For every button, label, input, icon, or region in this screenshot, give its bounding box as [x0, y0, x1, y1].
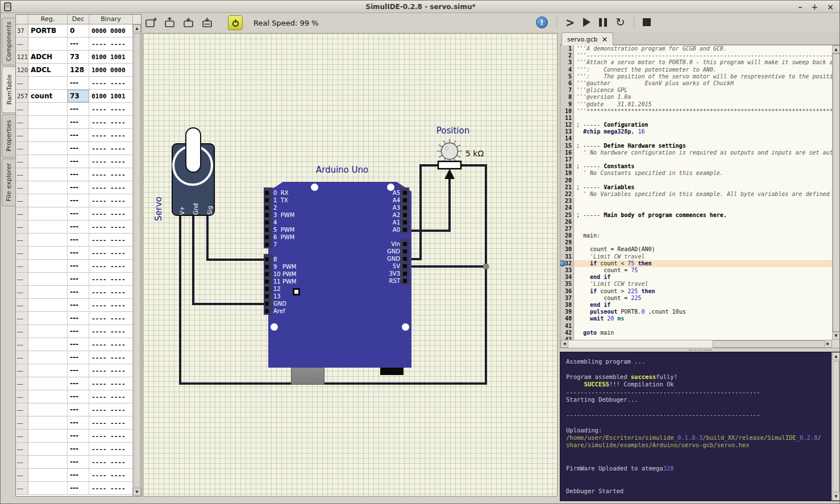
minimize-button[interactable]: – — [799, 2, 802, 11]
table-row[interactable]: ---------- ---- — [16, 299, 141, 312]
code-line[interactable]: 20 — [560, 177, 832, 184]
table-row[interactable]: ---------- ---- — [16, 312, 141, 325]
pin-a3[interactable]: A3 — [343, 204, 408, 211]
code-line[interactable]: 14 — [560, 135, 832, 142]
table-row[interactable]: ---------- ---- — [16, 351, 141, 364]
pin-aref[interactable]: Aref — [264, 307, 285, 315]
pin-6-pwm[interactable]: 6 PWM — [264, 234, 294, 241]
code-line[interactable]: 26 — [560, 219, 832, 226]
pin-8[interactable]: 8 — [264, 256, 277, 263]
table-row[interactable]: ---------- ---- — [16, 181, 141, 194]
table-row[interactable]: ---------- ---- — [16, 364, 141, 377]
code-line[interactable]: 19 ' No Constants specified in this exam… — [560, 170, 832, 177]
pin-5-pwm[interactable]: 5 PWM — [264, 226, 294, 234]
pin-3-pwm[interactable]: 3 PWM — [264, 211, 294, 219]
table-row[interactable]: ---------- ---- — [16, 456, 141, 469]
save-circuit-as-button[interactable] — [200, 15, 215, 30]
code-line[interactable]: 23 — [560, 198, 832, 205]
pin-3v3[interactable]: 3V3 — [343, 270, 408, 277]
table-row[interactable]: 120ADCL1281000 0000 — [16, 64, 141, 77]
table-row[interactable]: ---------- ---- — [16, 247, 141, 260]
pin-7[interactable]: 7 — [264, 241, 277, 248]
tab-servo-gcb[interactable]: servo.gcb ✕ — [562, 32, 613, 45]
close-tab-icon[interactable]: ✕ — [602, 35, 608, 44]
pin-gnd[interactable]: GND — [264, 300, 286, 307]
code-line[interactable]: 35 'Limit CCW travel — [560, 281, 832, 288]
code-line[interactable]: 5''': The position of the servo motor wi… — [560, 73, 832, 80]
code-line[interactable]: 8'''@version 1.0a — [560, 94, 832, 101]
code-line[interactable]: 13 #chip mega328p, 16 — [560, 128, 832, 135]
table-row[interactable]: 257count730100 1001 — [16, 90, 141, 103]
table-row[interactable]: ---------- ---- — [16, 482, 141, 495]
code-line[interactable]: 41 — [560, 323, 832, 330]
scroll-thumb[interactable] — [833, 361, 839, 492]
code-line[interactable]: 22 ' No Variables specified in this exam… — [560, 191, 832, 198]
pin-13[interactable]: 13 — [264, 293, 281, 300]
sidebar-tab-ramtable[interactable]: RamTable — [2, 66, 16, 113]
table-row[interactable]: ---------- ---- — [16, 286, 141, 299]
table-row[interactable]: ---------- ---- — [16, 325, 141, 338]
pin-0-rx[interactable]: 0 RX — [264, 189, 289, 197]
code-line[interactable]: 33 count = 75 — [560, 267, 832, 274]
save-circuit-button[interactable] — [181, 15, 196, 30]
editor-hscrollbar[interactable]: ◀ ▶ — [560, 340, 832, 348]
code-line[interactable]: 17 — [560, 156, 832, 163]
titlebar[interactable]: SimulIDE-0.2.8 - servo.simu* – + × — [1, 1, 840, 13]
code-line[interactable]: 27 — [560, 226, 832, 232]
code-line[interactable]: 39 pulseout PORTB.0 ,count 10us — [560, 309, 832, 315]
code-line[interactable]: 7'''@licence GPL — [560, 87, 832, 94]
scroll-right-icon[interactable]: ▶ — [824, 340, 832, 348]
scroll-left-icon[interactable]: ◀ — [560, 340, 568, 348]
code-line[interactable]: 31 'Limit CW travel — [560, 253, 832, 260]
table-row[interactable]: ---------- ---- — [16, 77, 141, 90]
table-row[interactable]: ---------- ---- — [16, 220, 141, 234]
power-circuit-button[interactable] — [228, 15, 243, 30]
pin-4[interactable]: 4 — [264, 219, 277, 226]
table-row[interactable]: ---------- ---- — [16, 129, 141, 142]
pin-2[interactable]: 2 — [264, 204, 277, 211]
code-line[interactable]: 10'''***********************************… — [560, 108, 832, 115]
code-line[interactable]: 9'''@date 31.01.2015 — [560, 101, 832, 108]
code-editor[interactable]: 1'''A demonstration program for GCGB and… — [560, 45, 840, 348]
scroll-down-icon[interactable]: ▼ — [832, 493, 840, 501]
scroll-thumb[interactable] — [833, 53, 840, 332]
pin-rst[interactable]: RST — [343, 277, 408, 285]
scroll-up-icon[interactable]: ▲ — [832, 352, 840, 360]
sidebar-tab-properties[interactable]: Properties — [2, 114, 15, 157]
run-icon[interactable] — [583, 18, 591, 27]
pin-gnd[interactable]: GND — [343, 255, 408, 263]
pin-11-pwm[interactable]: 11 PWM — [264, 278, 296, 285]
pin-a2[interactable]: A2 — [343, 211, 408, 219]
table-row[interactable]: ---------- ---- — [16, 338, 141, 351]
pin-5v[interactable]: 5V — [343, 263, 408, 270]
info-icon[interactable]: ! — [536, 16, 548, 28]
pin-a4[interactable]: A4 — [343, 197, 408, 204]
code-line[interactable]: 32 if count < 75 then — [560, 260, 832, 267]
scroll-thumb[interactable] — [134, 33, 140, 488]
scroll-up-icon[interactable]: ▲ — [133, 24, 141, 32]
code-line[interactable]: 29 — [560, 239, 832, 246]
code-line[interactable]: 28 main: — [560, 232, 832, 239]
table-row[interactable]: ---------- ---- — [16, 403, 141, 416]
scroll-down-icon[interactable]: ▼ — [832, 332, 840, 340]
code-line[interactable]: 38 end if — [560, 302, 832, 309]
pin-10-pwm[interactable]: 10 PWM — [264, 270, 296, 278]
open-circuit-button[interactable] — [163, 15, 177, 30]
scroll-thumb[interactable] — [713, 340, 827, 348]
table-row[interactable]: ---------- ---- — [16, 155, 141, 168]
pin-gnd[interactable]: GND — [343, 248, 408, 255]
table-row[interactable]: ---------- ---- — [16, 430, 141, 443]
code-line[interactable]: 11 — [560, 115, 832, 122]
pause-icon[interactable] — [599, 18, 607, 27]
table-row[interactable]: ---------- ---- — [16, 116, 141, 129]
code-line[interactable]: 6'''@author EvanV plus works of ChuckH — [560, 80, 832, 87]
pin-a0[interactable]: A0 — [343, 226, 408, 234]
table-row[interactable]: ---------- ---- — [16, 273, 141, 286]
code-line[interactable]: 21; ----- Variables — [560, 184, 832, 191]
scroll-up-icon[interactable]: ▲ — [832, 45, 840, 53]
table-row[interactable]: ---------- ---- — [16, 390, 141, 403]
new-circuit-button[interactable] — [144, 15, 159, 30]
code-line[interactable]: 15; ----- Define Hardware settings — [560, 143, 832, 149]
close-button[interactable]: × — [827, 2, 834, 11]
table-row[interactable]: ---------- ---- — [16, 142, 141, 155]
